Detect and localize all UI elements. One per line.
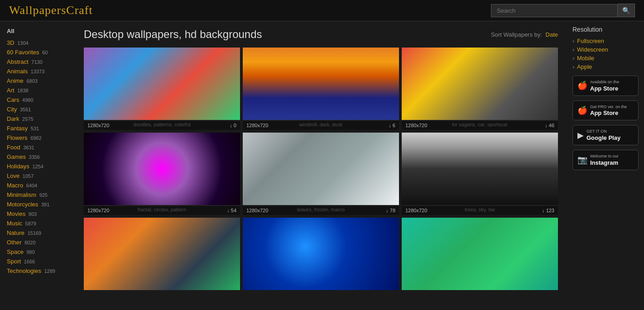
sidebar-item-3d[interactable]: 3D 1304: [0, 38, 75, 48]
search-button[interactable]: 🔍: [618, 4, 635, 17]
app-badge-3[interactable]: 📷Welcome to ourInstagram: [572, 150, 639, 170]
resolution-link-apple[interactable]: Apple: [572, 62, 639, 71]
sidebar-item-motorcycles[interactable]: Motorcycles 391: [0, 200, 75, 209]
badge-line1: Get PRO ver. on the: [590, 105, 627, 110]
wallpaper-thumbnail: [84, 218, 240, 290]
resolution-link-widescreen[interactable]: Widescreen: [572, 45, 639, 54]
wallpaper-likes: ↓ 6: [389, 123, 395, 128]
sidebar-item-dark[interactable]: Dark 2575: [0, 114, 75, 124]
wallpaper-cell[interactable]: 1280x720↓ 6windmill, dark, dusk: [243, 48, 399, 130]
wallpaper-cell[interactable]: [402, 218, 558, 290]
resolution-link-mobile[interactable]: Mobile: [572, 54, 639, 62]
sidebar-item-holidays[interactable]: Holidays 1254: [0, 162, 75, 171]
sidebar-item-games[interactable]: Games 3356: [0, 152, 75, 162]
wallpaper-thumbnail: [243, 48, 399, 120]
wallpaper-cell[interactable]: 1280x720↓ 78leaves, frozen, macro: [243, 133, 399, 215]
wallpaper-thumbnail: [84, 133, 240, 205]
wallpaper-cell[interactable]: 1280x720↓ 46tvr sagaris, car, sportscar: [402, 48, 558, 130]
sidebar-item-other[interactable]: Other 8020: [0, 238, 75, 247]
wallpaper-size: 1280x720: [405, 123, 427, 128]
app-badge-0[interactable]: 🍎Available on theApp Store: [572, 76, 639, 96]
wallpaper-overlay: 1280x720↓ 78: [243, 206, 399, 215]
badge-line2: App Store: [590, 110, 627, 116]
sidebar-item-art[interactable]: Art 1838: [0, 86, 75, 95]
sidebar-item-animals[interactable]: Animals 13373: [0, 67, 75, 76]
wallpaper-overlay: 1280x720↓ 46: [402, 121, 558, 130]
wallpaper-thumbnail: [243, 133, 399, 205]
resolution-title: Resolution: [572, 26, 639, 33]
wallpaper-overlay: 1280x720↓ 6: [243, 121, 399, 130]
sidebar: All 3D 130460 Favorites 60Abstract 7130A…: [0, 21, 75, 309]
sidebar-item-abstract[interactable]: Abstract 7130: [0, 57, 75, 67]
wallpaper-thumbnail: [84, 48, 240, 120]
wallpaper-cell[interactable]: 1280x720↓ 123trees, sky, bw: [402, 133, 558, 215]
sidebar-item-movies[interactable]: Movies 903: [0, 209, 75, 219]
sidebar-item-city[interactable]: City 3561: [0, 105, 75, 114]
wallpaper-cell[interactable]: [243, 218, 399, 290]
sidebar-item-nature[interactable]: Nature 15169: [0, 228, 75, 238]
wallpaper-thumbnail: [402, 48, 558, 120]
wallpaper-likes: ↓ 54: [227, 208, 236, 213]
site-logo[interactable]: WallpapersCraft: [9, 4, 93, 17]
sort-area: Sort Wallpapers by: Date: [491, 31, 558, 38]
sidebar-item-food[interactable]: Food 3631: [0, 143, 75, 152]
badge-line1: Welcome to our: [590, 154, 619, 159]
sidebar-item-cars[interactable]: Cars 4980: [0, 95, 75, 105]
wallpaper-likes: ↓ 46: [545, 123, 554, 128]
wallpaper-size: 1280x720: [87, 123, 109, 128]
badge-icon: 🍎: [577, 81, 587, 91]
sidebar-item-anime[interactable]: Anime 6803: [0, 76, 75, 86]
sidebar-item-space[interactable]: Space 980: [0, 247, 75, 257]
sidebar-item-minimalism[interactable]: Minimalism 925: [0, 190, 75, 200]
wallpaper-thumbnail: [402, 218, 558, 290]
wallpaper-size: 1280x720: [246, 123, 268, 128]
sort-by-date[interactable]: Date: [546, 31, 558, 38]
badge-line1: Available on the: [590, 80, 619, 85]
sidebar-item-all[interactable]: All: [0, 26, 75, 38]
sidebar-item-technologies[interactable]: Technologies 1289: [0, 266, 75, 276]
header: WallpapersCraft 🔍: [0, 0, 644, 21]
wallpaper-likes: ↓ 0: [230, 123, 236, 128]
wallpaper-likes: ↓ 123: [542, 208, 554, 213]
sidebar-item-music[interactable]: Music 5879: [0, 219, 75, 228]
wallpaper-size: 1280x720: [405, 208, 427, 213]
search-input[interactable]: [491, 4, 618, 17]
wallpaper-thumbnail: [243, 218, 399, 290]
sort-label: Sort Wallpapers by:: [491, 31, 542, 38]
content-header: Desktop wallpapers, hd backgrounds Sort …: [84, 28, 558, 41]
sidebar-item-fantasy[interactable]: Fantasy 531: [0, 124, 75, 133]
wallpaper-size: 1280x720: [246, 208, 268, 213]
wallpaper-size: 1280x720: [87, 208, 109, 213]
sidebar-item-macro[interactable]: Macro 6404: [0, 181, 75, 190]
main-layout: All 3D 130460 Favorites 60Abstract 7130A…: [0, 21, 644, 309]
wallpaper-cell[interactable]: 1280x720↓ 0doodles, patterns, colorful: [84, 48, 240, 130]
sidebar-item-sport[interactable]: Sport 1666: [0, 257, 75, 266]
wallpaper-cell[interactable]: 1280x720↓ 54fractal, circles, pattern: [84, 133, 240, 215]
sidebar-item-love[interactable]: Love 1057: [0, 171, 75, 181]
badge-icon: 🍎: [577, 105, 587, 115]
wallpaper-overlay: 1280x720↓ 0: [84, 121, 240, 130]
wallpaper-grid: 1280x720↓ 0doodles, patterns, colorful12…: [84, 48, 558, 290]
badge-icon: 📷: [577, 155, 587, 165]
resolution-link-fullscreen[interactable]: Fullscreen: [572, 37, 639, 45]
wallpaper-likes: ↓ 78: [386, 208, 395, 213]
wallpaper-overlay: 1280x720↓ 123: [402, 206, 558, 215]
badge-line2: Google Play: [586, 134, 620, 141]
page-title: Desktop wallpapers, hd backgrounds: [84, 28, 262, 41]
badge-line2: App Store: [590, 85, 619, 92]
sidebar-item-flowers[interactable]: Flowers 6982: [0, 133, 75, 143]
badge-line2: Instagram: [590, 159, 619, 166]
right-sidebar: Resolution FullscreenWidescreenMobileApp…: [567, 21, 644, 309]
wallpaper-overlay: 1280x720↓ 54: [84, 206, 240, 215]
app-badge-1[interactable]: 🍎Get PRO ver. on theApp Store: [572, 100, 639, 121]
wallpaper-thumbnail: [402, 133, 558, 205]
app-badge-2[interactable]: ▶GET IT ONGoogle Play: [572, 125, 639, 145]
badge-line1: GET IT ON: [586, 129, 620, 134]
badge-icon: ▶: [577, 130, 584, 140]
wallpaper-cell[interactable]: [84, 218, 240, 290]
sidebar-item-60-favorites[interactable]: 60 Favorites 60: [0, 48, 75, 57]
search-area: 🔍: [491, 4, 635, 17]
main-content: Desktop wallpapers, hd backgrounds Sort …: [75, 21, 567, 309]
